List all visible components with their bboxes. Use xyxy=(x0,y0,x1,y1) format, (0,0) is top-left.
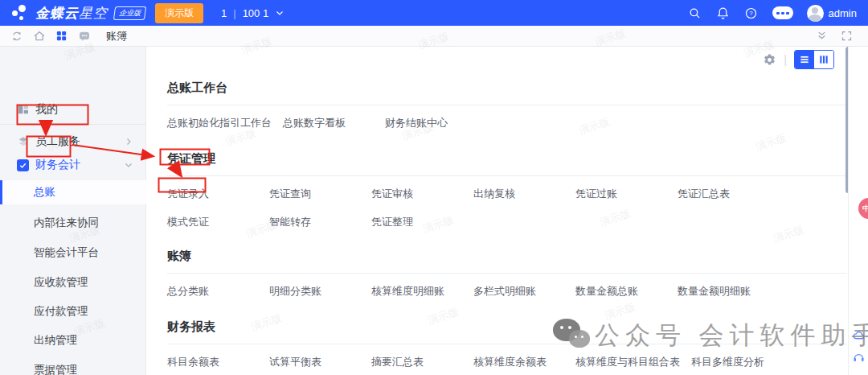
sidebar-subitem-label: 总账 xyxy=(34,185,55,200)
sidebar-item-label: 财务会计 xyxy=(35,158,80,172)
headset-icon[interactable] xyxy=(852,351,866,365)
sidebar-item-employee-services[interactable]: 员工服务 xyxy=(0,127,146,156)
menu-item-account-balance[interactable]: 科目余额表 xyxy=(167,355,258,369)
section-gl-workbench: 总账工作台 总账初始化指引工作台 总账数字看板 财务结账中心 xyxy=(167,80,847,130)
sidebar-subitem-cashier[interactable]: 出纳管理 xyxy=(0,330,146,351)
menu-row: 模式凭证 智能转存 凭证整理 xyxy=(167,215,847,229)
sidebar-subitem-internal-collaboration[interactable]: 内部往来协同 xyxy=(0,212,146,233)
home-icon[interactable] xyxy=(32,29,46,43)
view-toggle xyxy=(794,50,834,69)
tab-ledger[interactable]: 账簿 xyxy=(106,29,127,43)
sidebar-subitem-label: 出纳管理 xyxy=(34,333,77,348)
menu-item-voucher-summary[interactable]: 凭证汇总表 xyxy=(678,187,768,201)
gear-icon[interactable] xyxy=(763,53,776,67)
fullscreen-icon[interactable] xyxy=(840,29,854,43)
sidebar-subitem-payables[interactable]: 应付款管理 xyxy=(0,301,146,322)
menu-row: 凭证录入 凭证查询 凭证审核 出纳复核 凭证过账 凭证汇总表 xyxy=(167,187,847,201)
body: 我的 员工服务 财务会计 xyxy=(0,47,868,375)
menu-item-voucher-audit[interactable]: 凭证审核 xyxy=(371,187,462,201)
org-separator: | xyxy=(233,7,235,19)
app-title-primary: 金蝶云 xyxy=(35,6,79,21)
sidebar-subitem-smart-accounting[interactable]: 智能会计平台 xyxy=(0,242,146,263)
sidebar-item-financial-accounting[interactable]: 财务会计 xyxy=(0,155,146,175)
sidebar-divider xyxy=(0,124,146,125)
column-view-icon[interactable] xyxy=(814,51,833,68)
menu-row: 总分类账 明细分类账 核算维度明细账 多栏式明细账 数量金额总账 数量金额明细账 xyxy=(167,284,847,299)
menu-item-trial-balance[interactable]: 试算平衡表 xyxy=(269,355,360,369)
menu-item-gl-init-workbench[interactable]: 总账初始化指引工作台 xyxy=(167,116,272,130)
menu-item-dimension-account-combo[interactable]: 核算维度与科目组合表 xyxy=(575,355,680,369)
search-icon[interactable] xyxy=(688,6,702,20)
app-title-secondary: 星空 xyxy=(79,6,108,21)
menu-item-multicolumn-detail[interactable]: 多栏式明细账 xyxy=(473,284,564,299)
section-title: 总账工作台 xyxy=(167,80,847,96)
sidebar-subitem-label: 智能会计平台 xyxy=(34,245,99,260)
org-name: 100 1 xyxy=(243,7,269,19)
bell-icon[interactable] xyxy=(716,6,731,20)
menu-item-subsidiary-ledger[interactable]: 明细分类账 xyxy=(269,284,360,299)
sidebar: 我的 员工服务 财务会计 xyxy=(0,47,146,375)
sidebar-item-label: 我的 xyxy=(35,102,58,117)
section-financial-reports: 财务报表 科目余额表 试算平衡表 摘要汇总表 核算维度余额表 核算维度与科目组合… xyxy=(167,319,847,375)
menu-item-cashier-review[interactable]: 出纳复核 xyxy=(473,187,564,201)
help-icon[interactable]: ? xyxy=(744,6,759,20)
section-ledgers: 账簿 总分类账 明细分类账 核算维度明细账 多栏式明细账 数量金额总账 数量金额… xyxy=(167,249,847,299)
layers-icon xyxy=(16,135,30,149)
sidebar-subitem-label: 内部往来协同 xyxy=(34,216,99,230)
menu-item-qty-amount-gl[interactable]: 数量金额总账 xyxy=(575,284,666,299)
username: admin xyxy=(829,7,857,19)
menu-item-qty-amount-detail[interactable]: 数量金额明细账 xyxy=(678,284,768,299)
sidebar-subitem-bills[interactable]: 票据管理 xyxy=(0,360,146,375)
feedback-pill-icon[interactable] xyxy=(772,6,793,19)
collapse-tabs-icon[interactable] xyxy=(815,29,829,43)
list-view-icon[interactable] xyxy=(795,51,814,68)
menu-item-smart-transfer[interactable]: 智能转存 xyxy=(269,215,360,229)
apps-icon[interactable] xyxy=(55,29,68,43)
sidebar-subitem-general-ledger[interactable]: 总账 xyxy=(0,180,146,204)
tab-toolbar: 账簿 xyxy=(0,26,868,47)
org-code: 1 xyxy=(221,7,227,19)
check-module-icon xyxy=(16,159,30,172)
section-title: 财务报表 xyxy=(167,319,847,335)
section-divider xyxy=(167,105,847,105)
chevron-right-icon xyxy=(124,137,133,146)
sidebar-item-label: 员工服务 xyxy=(35,134,80,149)
chevron-down-icon xyxy=(124,160,133,170)
menu-item-abstract-summary[interactable]: 摘要汇总表 xyxy=(371,355,462,369)
sync-icon[interactable] xyxy=(10,29,23,43)
chevron-down-icon xyxy=(275,8,285,18)
section-voucher-management: 凭证管理 凭证录入 凭证查询 凭证审核 出纳复核 凭证过账 凭证汇总表 模式凭证… xyxy=(167,151,847,229)
section-divider xyxy=(167,344,847,344)
edition-badge: 企业版 xyxy=(113,6,146,20)
menu-item-voucher-entry[interactable]: 凭证录入 xyxy=(167,187,258,201)
message-icon[interactable] xyxy=(77,29,91,43)
menu-row: 科目余额表 试算平衡表 摘要汇总表 核算维度余额表 核算维度与科目组合表 科目多… xyxy=(167,355,847,369)
kingdee-logo-icon xyxy=(11,4,29,22)
section-title: 凭证管理 xyxy=(167,151,847,167)
section-divider xyxy=(167,175,847,176)
org-switcher[interactable]: 1 | 100 1 xyxy=(221,7,285,19)
translate-glyph: 中A xyxy=(862,204,868,214)
menu-item-voucher-query[interactable]: 凭证查询 xyxy=(269,187,360,201)
section-title: 账簿 xyxy=(167,249,847,264)
sidebar-subitem-receivables[interactable]: 应收款管理 xyxy=(0,272,146,293)
menu-item-dimension-balance[interactable]: 核算维度余额表 xyxy=(473,355,564,369)
menu-item-general-ledger[interactable]: 总分类账 xyxy=(167,284,258,299)
svg-text:?: ? xyxy=(749,10,753,17)
menu-item-voucher-posting[interactable]: 凭证过账 xyxy=(575,187,666,201)
menu-item-voucher-arrange[interactable]: 凭证整理 xyxy=(371,215,462,229)
sidebar-item-my[interactable]: 我的 xyxy=(0,97,146,122)
demo-version-button[interactable]: 演示版 xyxy=(155,3,203,23)
user-menu[interactable]: admin xyxy=(807,5,857,22)
section-divider xyxy=(167,273,847,274)
controls-divider: | xyxy=(784,53,787,66)
menu-row: 总账初始化指引工作台 总账数字看板 财务结账中心 xyxy=(167,116,847,130)
menu-item-closing-center[interactable]: 财务结账中心 xyxy=(385,116,476,130)
menu-item-template-voucher[interactable]: 模式凭证 xyxy=(167,215,258,229)
menu-item-dimension-detail[interactable]: 核算维度明细账 xyxy=(371,284,462,299)
avatar xyxy=(807,5,824,22)
menu-item-gl-dashboard[interactable]: 总账数字看板 xyxy=(283,116,374,130)
sidebar-subitem-label: 应收款管理 xyxy=(34,275,88,290)
menu-item-multidim-analysis[interactable]: 科目多维度分析 xyxy=(691,355,782,369)
cloud-icon[interactable] xyxy=(852,328,866,343)
